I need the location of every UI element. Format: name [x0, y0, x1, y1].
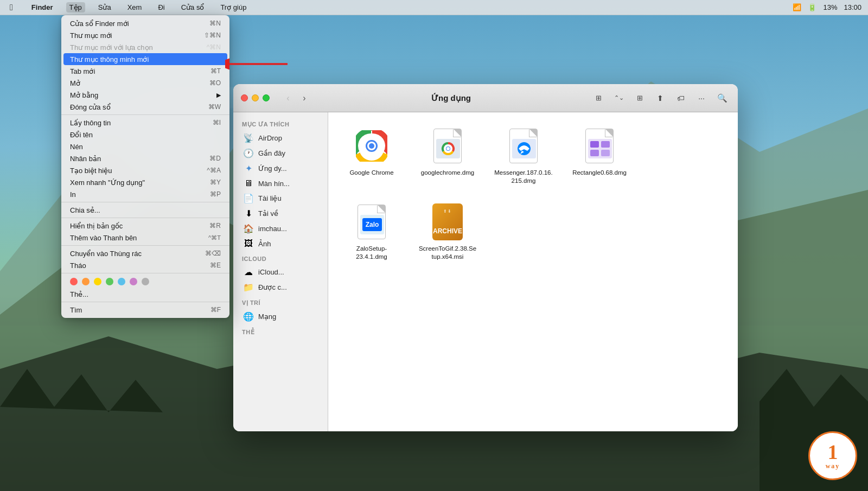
tag-green[interactable] — [106, 278, 113, 285]
forward-button[interactable]: › — [297, 92, 312, 105]
tag-orange[interactable] — [82, 278, 90, 285]
chrome-dmg-icon — [430, 126, 465, 165]
tags-section-label: Thẻ — [233, 324, 328, 338]
rename-item[interactable]: Đổi tên — [61, 129, 229, 141]
tags-item[interactable]: Thẻ... — [61, 288, 229, 300]
svg-rect-27 — [601, 141, 610, 148]
close-button[interactable] — [241, 94, 248, 101]
move-to-trash-item[interactable]: Chuyển vào Thùng rác ⌘⌫ — [61, 247, 229, 259]
open-with-item[interactable]: Mở bằng ▶ — [61, 89, 229, 101]
file-item-messenger-dmg[interactable]: Messenger.187.0.16.215.dmg — [491, 123, 556, 188]
help-menu[interactable]: Trợ giúp — [217, 2, 250, 12]
battery-percent: 13% — [823, 3, 837, 11]
go-menu[interactable]: Đi — [155, 2, 168, 12]
downloads-label: Tải về — [258, 209, 278, 218]
sidebar-item-downloads[interactable]: ⬇ Tải về — [237, 206, 324, 221]
documents-icon: 📄 — [243, 193, 254, 203]
sidebar-item-home[interactable]: 🏠 imchau... — [237, 221, 324, 236]
sidebar-item-photos[interactable]: 🖼 Ảnh — [237, 237, 324, 251]
toolbar-right: ⊞ ⌃⌄ ⊞ ⬆ 🏷 ··· 🔍 — [590, 91, 730, 105]
new-tab-item[interactable]: Tab mới ⌘T — [61, 65, 229, 77]
tag-purple[interactable] — [130, 278, 137, 285]
file-item-zalo-dmg[interactable]: Zalo ZaloSetup-23.4.1.dmg — [339, 199, 404, 264]
print-item[interactable]: In ⌘P — [61, 188, 229, 200]
compress-item[interactable]: Nén — [61, 141, 229, 152]
recent-label: Gần đây — [258, 149, 285, 157]
recent-icon: 🕐 — [243, 148, 254, 158]
edit-menu[interactable]: Sửa — [95, 2, 114, 12]
minimize-button[interactable] — [252, 94, 259, 101]
battery-icon: 🔋 — [808, 3, 816, 11]
sidebar-item-documents[interactable]: 📄 Tài liệu — [237, 191, 324, 206]
close-window-item[interactable]: Đóng cửa sổ ⌘W — [61, 101, 229, 113]
sort-button[interactable]: ⌃⌄ — [611, 91, 627, 105]
maximize-button[interactable] — [263, 94, 270, 101]
messenger-dmg-icon — [506, 126, 541, 165]
search-button[interactable]: 🔍 — [714, 91, 730, 105]
file-dropdown-menu: Cửa sổ Finder mới ⌘N Thư mục mới ⇧⌘N Thư… — [61, 15, 229, 318]
apps-icon: ✦ — [243, 163, 254, 174]
new-folder-selection-item: Thư mục mới với lựa chọn ^⌘N — [61, 41, 229, 53]
duplicate-item[interactable]: Nhân bản ⌘D — [61, 152, 229, 164]
share-item[interactable]: Chia sẻ... — [61, 204, 229, 216]
tag-gray[interactable] — [142, 278, 149, 285]
zalo-dmg-name: ZaloSetup-23.4.1.dmg — [342, 245, 401, 261]
menu-bar-right: 📶 🔋 13% 13:00 — [793, 3, 861, 11]
view-menu[interactable]: Xem — [124, 2, 145, 12]
eject-item[interactable]: Tháo ⌘E — [61, 259, 229, 271]
home-icon: 🏠 — [243, 224, 254, 234]
sidebar-item-network[interactable]: 🌐 Mạng — [237, 309, 324, 324]
window-menu[interactable]: Cửa sổ — [178, 2, 208, 12]
quick-look-item[interactable]: Xem nhanh "Ứng dụng" ⌘Y — [61, 176, 229, 188]
file-item-chrome[interactable]: Google Chrome — [339, 123, 404, 188]
new-folder-item[interactable]: Thư mục mới ⇧⌘N — [61, 29, 229, 41]
clock: 13:00 — [844, 3, 861, 11]
photos-label: Ảnh — [258, 240, 271, 248]
finder-window: ‹ › Ứng dụng ⊞ ⌃⌄ ⊞ ⬆ 🏷 ··· 🔍 Mục ưa thí… — [233, 84, 738, 431]
desktop-icon: 🖥 — [243, 178, 254, 188]
share-toolbar-button[interactable]: ⬆ — [652, 91, 668, 105]
file-item-rectangle-dmg[interactable]: Rectangle0.68.dmg — [567, 123, 632, 188]
documents-label: Tài liệu — [258, 194, 282, 202]
grid-view-button[interactable]: ⊞ — [590, 91, 607, 105]
icloud-label: iCloud — [233, 251, 328, 264]
finder-menu[interactable]: Finder — [28, 2, 56, 12]
get-info-item[interactable]: Lấy thông tin ⌘I — [61, 117, 229, 129]
chrome-file-name: Google Chrome — [349, 169, 393, 177]
menu-bar-left:  Finder Tệp Sửa Xem Đi Cửa sổ Trợ giúp — [7, 2, 250, 14]
favorites-label: Mục ưa thích — [233, 117, 328, 130]
tag-blue[interactable] — [118, 278, 125, 285]
alias-item[interactable]: Tạo biệt hiệu ^⌘A — [61, 164, 229, 176]
tag-red[interactable] — [70, 278, 78, 285]
sidebar-item-desktop[interactable]: 🖥 Màn hín... — [237, 176, 324, 190]
file-item-chrome-dmg[interactable]: googlechrome.dmg — [415, 123, 480, 188]
show-original-item[interactable]: Hiển thị bản gốc ⌘R — [61, 220, 229, 232]
sidebar-item-icloud[interactable]: ☁ iCloud... — [237, 265, 324, 279]
tag-toolbar-button[interactable]: 🏷 — [673, 91, 689, 105]
oneway-logo: 1 way — [808, 431, 857, 480]
apple-menu[interactable]:  — [7, 2, 16, 14]
file-item-screentogif[interactable]: ⬆⬇ ARCHIVE ScreenToGif.2.38.Setup.x64.ms… — [415, 199, 480, 264]
sidebar-item-icloud-drive[interactable]: 📁 Được c... — [237, 280, 324, 295]
more-button[interactable]: ··· — [693, 91, 710, 105]
sidebar-item-recent[interactable]: 🕐 Gần đây — [237, 146, 324, 161]
back-button[interactable]: ‹ — [280, 92, 296, 105]
find-item[interactable]: Tìm ⌘F — [61, 304, 229, 316]
add-to-sidebar-item[interactable]: Thêm vào Thanh bên ^⌘T — [61, 232, 229, 244]
traffic-lights — [241, 94, 270, 101]
open-item[interactable]: Mở ⌘O — [61, 77, 229, 89]
separator-3 — [61, 218, 229, 218]
new-smart-folder-item[interactable]: Thư mục thông minh mới — [63, 53, 227, 65]
sidebar-item-airdrop[interactable]: 📡 AirDrop — [237, 131, 324, 145]
photos-icon: 🖼 — [243, 239, 254, 248]
group-button[interactable]: ⊞ — [631, 91, 648, 105]
network-label: Mạng — [258, 313, 276, 321]
finder-toolbar: ‹ › Ứng dụng ⊞ ⌃⌄ ⊞ ⬆ 🏷 ··· 🔍 — [233, 84, 738, 112]
oneway-circle: 1 way — [808, 431, 857, 480]
finder-sidebar: Mục ưa thích 📡 AirDrop 🕐 Gần đây ✦ Ứng d… — [233, 112, 328, 431]
file-menu[interactable]: Tệp — [66, 2, 85, 12]
home-label: imchau... — [258, 225, 287, 233]
new-finder-window-item[interactable]: Cửa sổ Finder mới ⌘N — [61, 17, 229, 29]
tag-yellow[interactable] — [94, 278, 101, 285]
sidebar-item-apps[interactable]: ✦ Ứng dy... — [237, 161, 324, 176]
